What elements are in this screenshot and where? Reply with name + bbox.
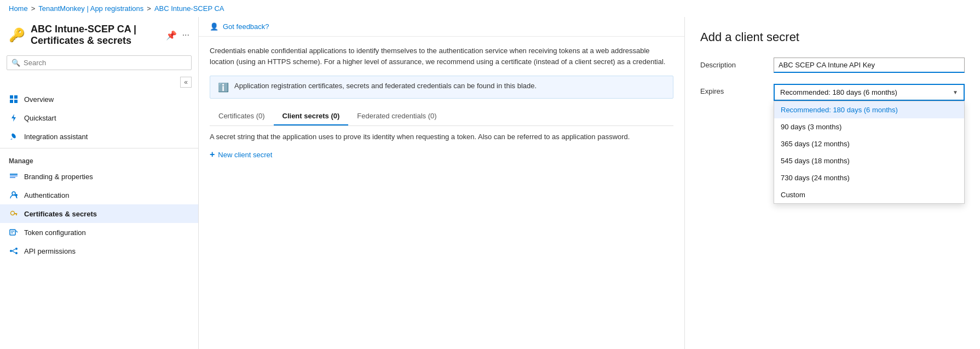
svg-point-22 <box>15 252 18 254</box>
feedback-text[interactable]: Got feedback? <box>223 22 269 31</box>
breadcrumb-tenant[interactable]: TenantMonkey | App registrations <box>38 4 143 13</box>
tab-description: A secret string that the application use… <box>210 133 673 141</box>
svg-rect-8 <box>10 175 18 176</box>
nav-item-api[interactable]: API permissions <box>0 242 198 260</box>
description-row: Description <box>700 58 965 73</box>
panel-title: Add a client secret <box>700 30 965 44</box>
info-box: ℹ️ Application registration certificates… <box>210 76 673 99</box>
svg-line-19 <box>16 231 18 232</box>
new-secret-button[interactable]: + New client secret <box>210 147 673 162</box>
svg-marker-4 <box>11 114 16 122</box>
svg-rect-3 <box>14 100 18 103</box>
svg-point-11 <box>15 194 18 196</box>
page-header: 🔑 ABC Intune-SCEP CA | Certificates & se… <box>0 17 198 51</box>
svg-point-10 <box>12 192 15 195</box>
rocket-icon <box>9 131 19 141</box>
feedback-icon: 👤 <box>210 22 218 31</box>
breadcrumb-sep2: > <box>147 4 151 13</box>
tabs: Certificates (0) Client secrets (0) Fede… <box>210 107 673 126</box>
nav-label-authentication: Authentication <box>24 191 69 199</box>
nav-label-certificates: Certificates & secrets <box>24 210 97 218</box>
expires-control: Recommended: 180 days (6 months) ▼ Recom… <box>774 84 965 101</box>
nav-item-authentication[interactable]: Authentication <box>0 186 198 204</box>
page-title-actions: 📌 ··· <box>166 30 189 41</box>
nav-item-branding[interactable]: Branding & properties <box>0 167 198 186</box>
tab-federated[interactable]: Federated credentials (0) <box>348 107 445 125</box>
svg-rect-1 <box>14 95 18 99</box>
svg-line-24 <box>12 251 15 253</box>
feedback-bar[interactable]: 👤 Got feedback? <box>199 17 684 37</box>
dropdown-option-730days[interactable]: 730 days (24 months) <box>774 169 964 186</box>
search-box: 🔍 <box>7 55 192 70</box>
grid-icon <box>9 94 19 104</box>
expires-dropdown[interactable]: Recommended: 180 days (6 months) ▼ <box>774 84 965 101</box>
breadcrumb-app[interactable]: ABC Intune-SCEP CA <box>154 4 224 13</box>
key-icon: 🔑 <box>9 27 25 43</box>
nav-item-overview[interactable]: Overview <box>0 90 198 108</box>
certificates-key-icon <box>9 209 19 219</box>
content-body: Credentials enable confidential applicat… <box>199 37 684 170</box>
info-text: Application registration certificates, s… <box>234 82 537 90</box>
token-icon <box>9 227 19 237</box>
lightning-icon <box>9 113 19 123</box>
search-input[interactable] <box>24 59 187 67</box>
tab-certificates[interactable]: Certificates (0) <box>210 107 274 125</box>
dropdown-arrow-icon: ▼ <box>953 89 958 95</box>
svg-point-20 <box>10 250 12 252</box>
svg-point-5 <box>11 133 17 139</box>
description-text: Credentials enable confidential applicat… <box>210 45 673 67</box>
search-icon: 🔍 <box>11 59 20 67</box>
dropdown-option-545days[interactable]: 545 days (18 months) <box>774 152 964 169</box>
tab-client-secrets[interactable]: Client secrets (0) <box>274 107 349 125</box>
new-secret-label[interactable]: New client secret <box>218 151 272 159</box>
nav-label-branding: Branding & properties <box>24 173 93 181</box>
nav-label-api: API permissions <box>24 247 76 255</box>
svg-rect-0 <box>10 95 13 99</box>
plus-icon: + <box>210 150 215 159</box>
expires-label: Expires <box>700 84 760 95</box>
right-panel: Add a client secret Description Expires … <box>684 17 980 349</box>
nav-label-integration: Integration assistant <box>24 133 88 141</box>
svg-marker-6 <box>10 139 13 140</box>
nav-item-integration[interactable]: Integration assistant <box>0 127 198 146</box>
info-icon: ℹ️ <box>218 82 229 93</box>
dropdown-option-365days[interactable]: 365 days (12 months) <box>774 135 964 152</box>
nav-label-quickstart: Quickstart <box>24 114 56 122</box>
svg-rect-16 <box>10 230 15 235</box>
svg-rect-9 <box>10 177 15 178</box>
svg-point-21 <box>15 248 18 250</box>
page-title: ABC Intune-SCEP CA | Certificates & secr… <box>31 24 156 47</box>
svg-line-23 <box>12 249 15 251</box>
divider-manage <box>0 148 198 148</box>
dropdown-option-180days[interactable]: Recommended: 180 days (6 months) <box>774 101 964 118</box>
svg-rect-15 <box>16 214 17 215</box>
collapse-button[interactable]: « <box>180 77 192 88</box>
description-control <box>774 58 965 73</box>
nav-item-certificates[interactable]: Certificates & secrets <box>0 204 198 223</box>
breadcrumb: Home > TenantMonkey | App registrations … <box>0 0 980 17</box>
expires-dropdown-menu: Recommended: 180 days (6 months) 90 days… <box>774 101 965 204</box>
nav-label-token: Token configuration <box>24 228 86 237</box>
sidebar: 🔑 ABC Intune-SCEP CA | Certificates & se… <box>0 17 199 349</box>
expires-selected-text: Recommended: 180 days (6 months) <box>780 88 897 96</box>
dropdown-option-90days[interactable]: 90 days (3 months) <box>774 118 964 135</box>
main-content: 👤 Got feedback? Credentials enable confi… <box>199 17 684 349</box>
breadcrumb-home[interactable]: Home <box>9 4 28 13</box>
nav-label-overview: Overview <box>24 95 54 104</box>
description-label: Description <box>700 58 760 69</box>
dropdown-option-custom[interactable]: Custom <box>774 186 964 203</box>
manage-section-label: Manage <box>0 151 198 167</box>
svg-rect-14 <box>14 213 18 214</box>
description-input[interactable] <box>774 58 965 73</box>
nav-item-token[interactable]: Token configuration <box>0 223 198 242</box>
auth-icon <box>9 190 19 200</box>
nav-item-quickstart[interactable]: Quickstart <box>0 108 198 127</box>
nav-collapse-btn[interactable]: « <box>0 75 198 90</box>
pin-icon[interactable]: 📌 <box>166 30 177 41</box>
ellipsis-icon[interactable]: ··· <box>182 30 189 40</box>
svg-point-13 <box>11 211 15 215</box>
svg-rect-7 <box>10 174 18 175</box>
api-icon <box>9 246 19 256</box>
breadcrumb-sep1: > <box>31 4 36 13</box>
expires-row: Expires Recommended: 180 days (6 months)… <box>700 84 965 101</box>
